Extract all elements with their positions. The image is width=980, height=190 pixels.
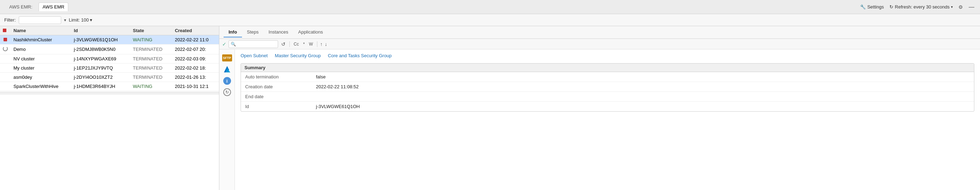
cluster-created: 2022-02-02 18: bbox=[172, 63, 219, 73]
cluster-name: My cluster bbox=[11, 63, 71, 73]
col-state: State bbox=[130, 26, 172, 35]
cluster-state: TERMINATED bbox=[130, 44, 172, 54]
header-marker-icon bbox=[3, 28, 6, 32]
master-security-group-link[interactable]: Master Security Group bbox=[275, 53, 321, 58]
links-row: Open Subnet Master Security Group Core a… bbox=[240, 53, 974, 58]
cluster-state: WAITING bbox=[130, 35, 172, 44]
cluster-name: Demo bbox=[11, 44, 71, 54]
cluster-id: j-2SDMJ8WB0K5N0 bbox=[71, 44, 130, 54]
chevron-down-icon: ▾ bbox=[951, 5, 953, 9]
azure-icon[interactable] bbox=[223, 65, 231, 73]
tab-instances[interactable]: Instances bbox=[264, 27, 293, 38]
detail-toolbar: ✓ 🔍 ↺ Cc * W ↑ ↓ bbox=[220, 39, 980, 49]
globe-icon[interactable]: ↻ bbox=[223, 88, 231, 96]
tab-info[interactable]: Info bbox=[224, 27, 242, 38]
refresh-button[interactable]: ↻ Refresh: every 30 seconds ▾ bbox=[889, 4, 953, 10]
arrow-up-button[interactable]: ↑ bbox=[320, 41, 323, 47]
title-bar: AWS EMR: AWS EMR 🔧 Settings ↻ Refresh: e… bbox=[0, 0, 980, 14]
filter-label: Filter: bbox=[4, 17, 16, 22]
summary-row-creation-date: Creation date 2022-02-22 11:08:52 bbox=[241, 82, 974, 92]
table-row[interactable]: asm0dey j-2DYI4OO10XZT2 TERMINATED 2022-… bbox=[0, 73, 219, 82]
search-icon: 🔍 bbox=[231, 42, 236, 47]
cluster-name: NV cluster bbox=[11, 54, 71, 63]
settings-button[interactable]: 🔧 Settings bbox=[860, 4, 884, 10]
summary-row-id: Id j-3VLWGWE61Q1OH bbox=[241, 102, 974, 112]
app-window: AWS EMR: AWS EMR 🔧 Settings ↻ Refresh: e… bbox=[0, 0, 980, 190]
detail-content: SFTP i ↻ bbox=[220, 49, 980, 190]
refresh-icon: ↻ bbox=[889, 4, 893, 10]
red-marker-icon bbox=[3, 38, 7, 41]
cluster-id: j-1HDME3R64BYJH bbox=[71, 82, 130, 91]
refresh-label: Refresh: every 30 seconds bbox=[895, 4, 950, 10]
detail-search-input[interactable] bbox=[237, 42, 272, 47]
summary-value-end-date bbox=[312, 92, 974, 102]
table-row[interactable]: My cluster j-1EP21JXJY9VTQ TERMINATED 20… bbox=[0, 63, 219, 73]
cc-button[interactable]: Cc bbox=[293, 41, 300, 47]
info-circle-icon[interactable]: i bbox=[223, 77, 231, 85]
asterisk-button[interactable]: * bbox=[302, 41, 306, 47]
cluster-state: TERMINATED bbox=[130, 73, 172, 82]
filter-input[interactable] bbox=[19, 16, 61, 24]
table-row[interactable]: SparkClusterWithHive j-1HDME3R64BYJH WAI… bbox=[0, 82, 219, 91]
table-row[interactable]: NashikhminCluster j-3VLWGWE61Q1OH WAITIN… bbox=[0, 35, 219, 44]
horizontal-scrollbar[interactable] bbox=[0, 92, 219, 95]
cluster-id: j-14NXYPWGAXE69 bbox=[71, 54, 130, 63]
col-marker bbox=[0, 26, 11, 35]
limit-selector[interactable]: Limit: 100 ▾ bbox=[69, 17, 93, 22]
summary-key-creation-date: Creation date bbox=[241, 82, 312, 92]
summary-key-auto-termination: Auto termination bbox=[241, 72, 312, 82]
summary-row-auto-termination: Auto termination false bbox=[241, 72, 974, 82]
cluster-name: asm0dey bbox=[11, 73, 71, 82]
cluster-created: 2022-02-07 20: bbox=[172, 44, 219, 54]
detail-search-box[interactable]: 🔍 bbox=[229, 40, 278, 48]
summary-section: Summary Auto termination false Creation … bbox=[240, 63, 974, 112]
undo-btn[interactable]: ↺ bbox=[280, 41, 286, 48]
summary-row-end-date: End date bbox=[241, 92, 974, 102]
col-id: Id bbox=[71, 26, 130, 35]
title-bar-right: 🔧 Settings ↻ Refresh: every 30 seconds ▾… bbox=[860, 4, 974, 10]
summary-header: Summary bbox=[241, 63, 974, 72]
cluster-created: 2021-10-31 12:1 bbox=[172, 82, 219, 91]
col-created: Created bbox=[172, 26, 219, 35]
wrench-icon: 🔧 bbox=[860, 4, 866, 10]
cluster-name: SparkClusterWithHive bbox=[11, 82, 71, 91]
open-subnet-link[interactable]: Open Subnet bbox=[240, 53, 268, 58]
tab-applications[interactable]: Applications bbox=[293, 27, 328, 38]
tab-aws-emr-colon[interactable]: AWS EMR: bbox=[6, 3, 36, 11]
cluster-name: NashikhminCluster bbox=[11, 35, 71, 44]
tab-steps[interactable]: Steps bbox=[242, 27, 264, 38]
core-and-tasks-security-group-link[interactable]: Core and Tasks Security Group bbox=[328, 53, 391, 58]
detail-sidebar: SFTP i ↻ bbox=[220, 49, 235, 190]
row-marker-cell bbox=[0, 44, 11, 54]
row-marker-cell bbox=[0, 82, 11, 91]
gear-icon[interactable]: ⚙ bbox=[958, 4, 963, 10]
summary-table: Auto termination false Creation date 202… bbox=[241, 72, 974, 111]
check-icon: ✓ bbox=[222, 41, 226, 47]
row-marker-cell bbox=[0, 54, 11, 63]
col-name: Name bbox=[11, 26, 71, 35]
cluster-id: j-2DYI4OO10XZT2 bbox=[71, 73, 130, 82]
azure-logo-icon bbox=[223, 65, 231, 73]
table-header-row: Name Id State Created bbox=[0, 26, 219, 35]
cluster-state: TERMINATED bbox=[130, 63, 172, 73]
cluster-id: j-1EP21JXJY9VTQ bbox=[71, 63, 130, 73]
cluster-table: Name Id State Created NashikhminCluster … bbox=[0, 26, 219, 91]
summary-key-id: Id bbox=[241, 102, 312, 112]
arrow-down-button[interactable]: ↓ bbox=[325, 41, 327, 47]
summary-key-end-date: End date bbox=[241, 92, 312, 102]
table-row[interactable]: Demo j-2SDMJ8WB0K5N0 TERMINATED 2022-02-… bbox=[0, 44, 219, 54]
summary-value-creation-date: 2022-02-22 11:08:52 bbox=[312, 82, 974, 92]
sftp-icon[interactable]: SFTP bbox=[222, 54, 232, 62]
cluster-state: WAITING bbox=[130, 82, 172, 91]
filter-icon[interactable]: ▾ bbox=[64, 17, 66, 22]
summary-value-id: j-3VLWGWE61Q1OH bbox=[312, 102, 974, 112]
table-row[interactable]: NV cluster j-14NXYPWGAXE69 TERMINATED 20… bbox=[0, 54, 219, 63]
cluster-created: 2022-01-26 13: bbox=[172, 73, 219, 82]
tab-aws-emr[interactable]: AWS EMR bbox=[38, 3, 68, 11]
row-marker-cell bbox=[0, 73, 11, 82]
main-content: Name Id State Created NashikhminCluster … bbox=[0, 26, 980, 190]
close-icon[interactable]: — bbox=[969, 4, 974, 10]
w-button[interactable]: W bbox=[308, 41, 314, 47]
detail-main-content: Open Subnet Master Security Group Core a… bbox=[235, 49, 980, 190]
detail-tabs: Info Steps Instances Applications bbox=[220, 26, 980, 39]
